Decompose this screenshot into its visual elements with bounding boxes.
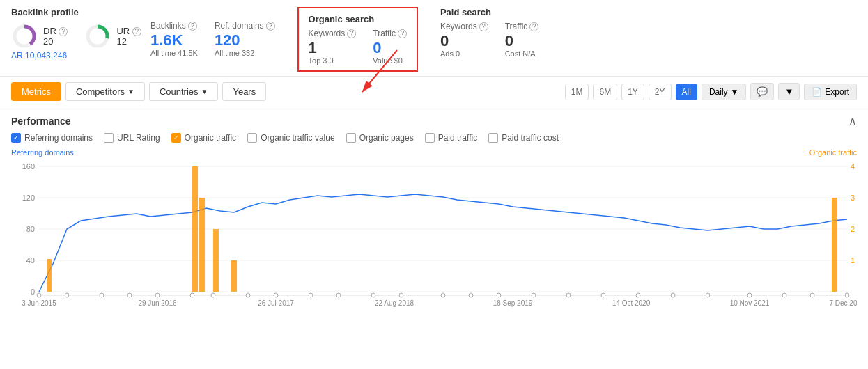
ar-row: AR 10,043,246 — [11, 51, 150, 61]
timeline-marker — [246, 293, 250, 297]
time-6m-button[interactable]: 6M — [593, 84, 617, 100]
timeline-marker — [601, 293, 605, 297]
checkbox-organic-traffic-value[interactable]: Organic traffic value — [247, 133, 335, 143]
ur-value: 12 — [116, 36, 141, 47]
checkbox-label-paid-traffic: Paid traffic — [438, 133, 477, 143]
dr-value: 20 — [43, 36, 68, 47]
svg-text:80: 80 — [26, 225, 35, 233]
backlinks-refdomains: Backlinks ? 1.6K All time 41.5K Ref. dom… — [150, 21, 275, 57]
organic-traffic-metric: Traffic ? 0 Value $0 — [373, 29, 407, 65]
performance-header: Performance ∧ — [11, 114, 857, 127]
svg-text:40: 40 — [26, 256, 35, 265]
timeline-marker — [37, 293, 41, 297]
checkbox-organic-pages[interactable]: Organic pages — [346, 133, 414, 143]
dr-donut-chart — [11, 23, 38, 49]
svg-text:2: 2 — [851, 225, 855, 233]
time-2y-button[interactable]: 2Y — [649, 84, 672, 100]
checkbox-icon-paid-traffic — [425, 133, 435, 143]
daily-button[interactable]: Daily ▼ — [702, 84, 747, 100]
paid-keywords-help-icon[interactable]: ? — [479, 22, 488, 31]
checkbox-paid-traffic-cost[interactable]: Paid traffic cost — [488, 133, 559, 143]
svg-text:26 Jul 2017: 26 Jul 2017 — [258, 299, 294, 307]
svg-text:120: 120 — [22, 194, 35, 202]
organic-traffic-help-icon[interactable]: ? — [398, 29, 407, 38]
collapse-button[interactable]: ∧ — [848, 114, 857, 127]
checkboxes-row: ✓ Referring domains URL Rating ✓ Organic… — [11, 133, 857, 143]
checkbox-icon-paid-traffic-cost — [488, 133, 498, 143]
timeline-marker — [810, 293, 814, 297]
organic-bar — [199, 198, 205, 292]
paid-traffic-help-icon[interactable]: ? — [529, 22, 538, 31]
ur-metric: UR ? 12 — [84, 23, 141, 49]
ur-help-icon[interactable]: ? — [132, 27, 141, 36]
ref-domains-sub: All time 332 — [215, 49, 275, 57]
performance-title: Performance — [11, 116, 71, 127]
time-all-button[interactable]: All — [676, 84, 697, 100]
comment-button[interactable]: 💬 — [750, 83, 774, 100]
paid-traffic-label: Traffic ? — [505, 22, 539, 31]
years-tab[interactable]: Years — [222, 82, 266, 101]
timeline-marker — [127, 293, 132, 297]
timeline-marker — [211, 293, 215, 297]
timeline-marker — [190, 293, 194, 297]
organic-bar — [832, 198, 837, 292]
timeline-marker — [706, 293, 710, 297]
ref-domains-value: 120 — [215, 32, 275, 49]
timeline-marker — [782, 293, 786, 297]
organic-keywords-metric: Keywords ? 1 Top 3 0 — [309, 29, 357, 65]
checkbox-paid-traffic[interactable]: Paid traffic — [425, 133, 477, 143]
organic-keywords-help-icon[interactable]: ? — [347, 29, 356, 38]
ar-value[interactable]: 10,043,246 — [25, 51, 67, 61]
backlinks-sub: All time 41.5K — [150, 49, 198, 57]
timeline-marker — [65, 293, 69, 297]
top-metrics-section: Backlink profile DR ? 20 — [0, 0, 868, 77]
timeline-marker — [274, 293, 278, 297]
backlink-profile: Backlink profile DR ? 20 — [11, 7, 150, 61]
svg-text:3 Jun 2015: 3 Jun 2015 — [22, 299, 56, 307]
backlinks-help-icon[interactable]: ? — [188, 22, 197, 31]
time-1m-button[interactable]: 1M — [565, 84, 589, 100]
competitors-tab[interactable]: Competitors ▼ — [65, 82, 145, 101]
paid-keywords-label: Keywords ? — [440, 22, 488, 31]
organic-keywords-sub: Top 3 0 — [309, 56, 357, 65]
ur-label: UR ? — [116, 26, 141, 36]
checkbox-icon-url-rating — [104, 133, 114, 143]
checkbox-icon-organic-traffic: ✓ — [171, 133, 181, 143]
paid-traffic-metric: Traffic ? 0 Cost N/A — [505, 22, 539, 58]
timeline-marker — [371, 293, 375, 297]
timeline-marker — [155, 293, 160, 297]
time-1y-button[interactable]: 1Y — [621, 84, 644, 100]
ref-domains-help-icon[interactable]: ? — [266, 22, 275, 31]
referring-domains-line — [39, 194, 847, 292]
backlinks-metric: Backlinks ? 1.6K All time 41.5K — [150, 21, 198, 57]
timeline-marker — [566, 293, 571, 297]
dr-label: DR ? — [43, 26, 68, 36]
paid-keywords-value: 0 — [440, 33, 488, 49]
checkbox-label-url-rating: URL Rating — [117, 133, 160, 143]
checkbox-label-paid-traffic-cost: Paid traffic cost — [502, 133, 559, 143]
countries-tab[interactable]: Countries ▼ — [149, 82, 219, 101]
metrics-tab[interactable]: Metrics — [11, 82, 61, 101]
checkbox-organic-traffic[interactable]: ✓ Organic traffic — [171, 133, 236, 143]
dr-help-icon[interactable]: ? — [59, 27, 68, 36]
export-button[interactable]: 📄 Export — [804, 84, 857, 100]
checkbox-url-rating[interactable]: URL Rating — [104, 133, 160, 143]
right-axis-label: Organic traffic — [809, 148, 857, 157]
checkbox-icon-referring-domains: ✓ — [11, 133, 21, 143]
checkbox-referring-domains[interactable]: ✓ Referring domains — [11, 133, 93, 143]
timeline-marker — [845, 293, 849, 297]
comment-dropdown-button[interactable]: ▼ — [778, 83, 800, 100]
organic-bar — [47, 259, 52, 292]
svg-text:4: 4 — [851, 162, 855, 171]
timeline-marker — [497, 293, 501, 297]
organic-search-box: Organic search Keywords ? 1 Top 3 0 Traf… — [297, 7, 418, 72]
organic-traffic-sub: Value $0 — [373, 56, 407, 65]
timeline-marker — [636, 293, 640, 297]
countries-dropdown-icon: ▼ — [201, 88, 208, 95]
checkbox-label-organic-pages: Organic pages — [359, 133, 414, 143]
checkbox-icon-organic-traffic-value — [247, 133, 257, 143]
svg-text:0: 0 — [31, 288, 35, 296]
chart-axis-labels-top: Referring domains Organic traffic — [11, 148, 857, 157]
export-icon: 📄 — [812, 87, 822, 97]
toolbar: Metrics Competitors ▼ Countries ▼ Years … — [0, 77, 868, 107]
